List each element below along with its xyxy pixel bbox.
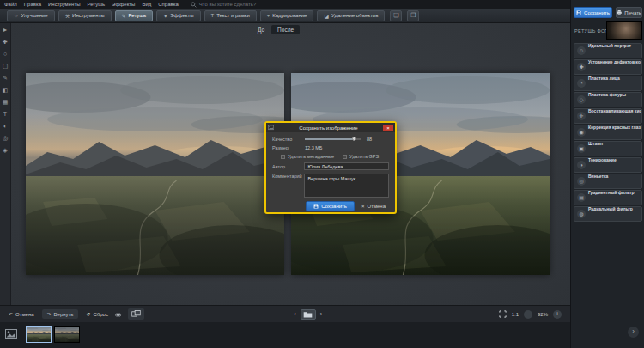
retouch-preview-thumbnail — [606, 21, 642, 40]
eraser-tool-icon[interactable]: ◧ — [3, 87, 9, 94]
tab-enhance[interactable]: ☼ Улучшение — [7, 10, 55, 21]
sidebar-item-skin-defects[interactable]: ✚ Устранение дефектов кожи Коррекция мор… — [574, 59, 642, 75]
save-icon — [313, 204, 319, 209]
quality-label: Качество — [272, 137, 305, 142]
actual-size-button[interactable]: 1:1 — [512, 312, 519, 317]
zoom-out-button[interactable]: − — [524, 310, 532, 319]
sidebar-item-body-liquify[interactable]: ◇ Пластика фигуры Улучшение формы тела — [574, 92, 642, 107]
retouch-icon: ✎ — [122, 13, 126, 19]
menu-help[interactable]: Справка — [158, 2, 179, 7]
paste-adjustments-button[interactable]: ❐ — [407, 10, 419, 21]
picker-tool-icon[interactable]: ◈ — [3, 147, 7, 154]
copy-adjustments-button[interactable]: ❏ — [390, 10, 402, 21]
sidebar-item-perfect-portrait[interactable]: ☺ Идеальный портрет Автоматическая ретуш… — [574, 43, 642, 58]
sidebar-item-healing-brush[interactable]: ✛ Восстанавливающая кисть Устранение мел… — [574, 108, 642, 124]
quality-slider[interactable] — [305, 138, 361, 140]
show-original-button[interactable]: ◉ — [115, 311, 122, 317]
tab-object-removal[interactable]: ◪ Удаление объектов — [317, 10, 385, 21]
tab-retouch[interactable]: ✎ Ретушь — [115, 10, 154, 21]
select-tool-icon[interactable]: ► — [3, 27, 9, 34]
dialog-cancel-button[interactable]: × Отмена — [361, 204, 386, 209]
dodge-tool-icon[interactable]: ◐ — [3, 123, 7, 130]
vignette-icon: ◎ — [577, 177, 586, 186]
scroll-right-button[interactable]: › — [628, 327, 639, 338]
zoom-in-button[interactable]: + — [553, 310, 562, 319]
menu-view[interactable]: Вид — [142, 2, 151, 7]
search-icon — [191, 2, 197, 8]
cancel-x-icon: × — [361, 204, 365, 209]
remove-gps-checkbox[interactable]: Удалить GPS — [343, 154, 379, 159]
prev-photo-button[interactable]: ‹ — [294, 310, 296, 318]
menu-tools[interactable]: Инструменты — [48, 2, 80, 7]
size-label: Размер — [272, 145, 305, 150]
text-tool-icon[interactable]: T — [3, 111, 7, 118]
tab-text-frames[interactable]: T Текст и рамки — [204, 10, 257, 21]
filmstrip-thumbnail-2[interactable] — [54, 326, 80, 343]
sidebar-item-gradient-filter[interactable]: ▤ Градиентный фильтр Наложение градиента… — [574, 190, 642, 205]
menu-retouch[interactable]: Ретушь — [87, 2, 105, 7]
slider-fill — [305, 138, 353, 140]
save-icon — [576, 10, 581, 15]
folder-icon — [303, 311, 313, 318]
red-eye-icon: ◉ — [577, 128, 586, 137]
tab-crop[interactable]: + Кадрирование — [260, 10, 314, 21]
sidebar-item-toning[interactable]: ◑ Тонирование Изменение оттенка изображе… — [574, 157, 642, 173]
checkbox-icon — [281, 155, 285, 159]
photo-editor-window: Файл Правка Инструменты Ретушь Эффекты В… — [0, 0, 644, 348]
stamp-tool-icon[interactable]: ▦ — [3, 99, 9, 106]
before-toggle[interactable]: До — [258, 27, 264, 33]
reset-icon: ↺ — [86, 311, 90, 317]
copy-icon: ❏ — [393, 12, 398, 19]
slider-knob[interactable] — [352, 137, 356, 141]
toning-icon: ◑ — [577, 161, 586, 169]
shape-tool-icon[interactable]: ◎ — [3, 135, 8, 142]
healing-brush-icon: ✛ — [577, 112, 586, 120]
comment-label: Комментарий — [272, 174, 304, 179]
menu-search[interactable]: Что вы хотите сделать? — [191, 2, 256, 8]
sidebar-item-vignette[interactable]: ◎ Виньетка Обработка краев изображения — [574, 174, 642, 189]
move-tool-icon[interactable]: ✚ — [3, 39, 8, 46]
remove-metadata-checkbox[interactable]: Удалить метаданные — [281, 154, 334, 159]
sidebar-item-stamp[interactable]: ▣ Штамп Удаление нежелательных объектов — [574, 141, 642, 156]
comment-field[interactable]: Вершина горы Машук — [304, 174, 389, 198]
author-field[interactable] — [304, 162, 389, 170]
fit-screen-icon[interactable] — [499, 310, 507, 318]
menu-effects[interactable]: Эффекты — [112, 2, 135, 7]
text-icon: T — [211, 13, 215, 18]
enhance-icon: ☼ — [14, 13, 19, 18]
print-button[interactable]: Печать — [616, 7, 642, 18]
tab-tools[interactable]: ⚒ Инструменты — [58, 10, 112, 21]
brush-tool-icon[interactable]: ✎ — [3, 75, 8, 82]
tab-effects[interactable]: ✦ Эффекты — [156, 10, 200, 21]
dialog-titlebar[interactable]: Сохранить изображение × — [266, 123, 395, 132]
undo-button[interactable]: ↶ Отмена — [9, 311, 34, 317]
menu-bar: Файл Правка Инструменты Ретушь Эффекты В… — [0, 0, 644, 9]
zoom-tool-icon[interactable]: ○ — [3, 51, 7, 58]
menu-edit[interactable]: Правка — [24, 2, 41, 7]
menu-file[interactable]: Файл — [4, 2, 17, 7]
bottom-bar: ↶ Отмена ↷ Вернуть ↺ Сброс ◉ ‹ › 1:1 − 9… — [0, 305, 570, 322]
marquee-tool-icon[interactable]: ▢ — [3, 63, 9, 70]
reset-button[interactable]: ↺ Сброс — [86, 311, 107, 317]
after-toggle[interactable]: После — [271, 25, 300, 34]
compare-view-button[interactable] — [128, 308, 144, 320]
filmstrip — [0, 322, 570, 348]
gallery-button[interactable] — [301, 309, 316, 320]
mode-toolbar: ☼ Улучшение ⚒ Инструменты ✎ Ретушь ✦ Эфф… — [0, 9, 644, 23]
sidebar-item-face-liquify[interactable]: ◔ Пластика лица Коррекция формы и черт л… — [574, 76, 642, 91]
filmstrip-thumbnail-1[interactable] — [26, 326, 52, 343]
sidebar-item-radial-filter[interactable]: ◍ Радиальный фильтр Создание акцента на … — [574, 206, 642, 222]
checkbox-icon — [343, 155, 347, 159]
dialog-save-button[interactable]: Сохранить — [306, 201, 355, 211]
tools-icon: ⚒ — [65, 13, 70, 19]
before-image[interactable] — [26, 73, 284, 275]
redo-icon: ↷ — [47, 311, 52, 317]
undo-icon: ↶ — [9, 311, 13, 317]
stamp-icon: ▣ — [577, 144, 586, 153]
close-icon[interactable]: × — [383, 125, 393, 131]
redo-button[interactable]: ↷ Вернуть — [42, 309, 79, 319]
save-button[interactable]: Сохранить — [574, 7, 612, 18]
add-photos-icon[interactable] — [5, 329, 17, 339]
sidebar-item-red-eye[interactable]: ◉ Коррекция красных глаз Устранение эффе… — [574, 125, 642, 140]
next-photo-button[interactable]: › — [320, 310, 323, 318]
